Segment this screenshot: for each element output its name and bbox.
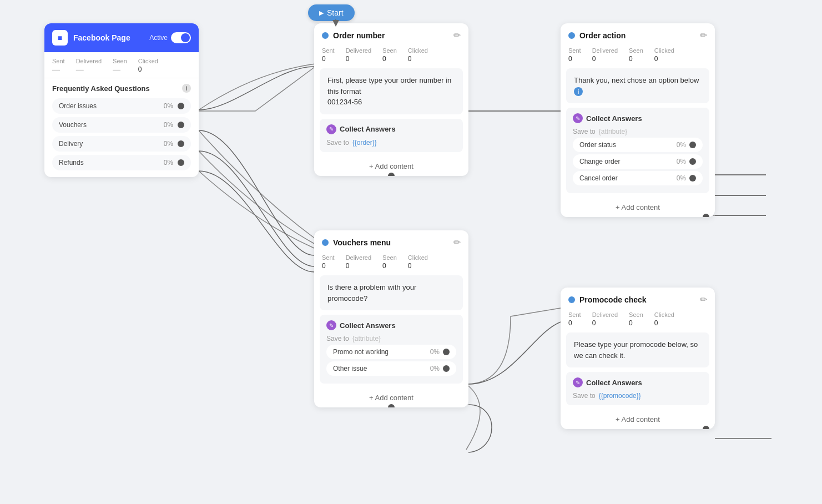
pc-save-to-row: Save to {{promocode}} (573, 392, 703, 400)
on-stat-seen: Seen 0 (382, 47, 397, 63)
oa-collect-title: Collect Answers (586, 114, 642, 123)
stat-clicked-value: 0 (138, 65, 158, 73)
oa-stat-sent: Sent 0 (568, 47, 581, 63)
order-number-node: Order number ✏ Sent 0 Delivered 0 Seen 0… (314, 23, 468, 176)
order-action-title: Order action (579, 31, 695, 40)
collect-icon: ✎ (326, 124, 336, 134)
vm-choice-other-pct: 0% (430, 365, 440, 372)
promocode-check-header: Promocode check ✏ (561, 288, 715, 309)
vm-choice-promo-dot (443, 349, 450, 355)
faq-item-order-issues[interactable]: Order issues 0% (52, 98, 191, 114)
faq-info-icon[interactable]: i (182, 84, 191, 93)
save-to-label: Save to (326, 139, 349, 147)
oa-choice-change-order[interactable]: Change order 0% (573, 154, 703, 169)
save-to-value: {{order}} (352, 139, 377, 147)
pc-collect-title: Collect Answers (586, 379, 642, 387)
order-action-stats: Sent 0 Delivered 0 Seen 0 Clicked 0 (561, 45, 715, 68)
oa-stat-clicked: Clicked 0 (654, 47, 674, 63)
fb-stats: Sent — Delivered — Seen — Clicked 0 (44, 52, 199, 78)
faq-dot-refunds (178, 159, 184, 166)
vouchers-menu-output-dot (388, 404, 395, 407)
vm-choice-other-issue[interactable]: Other issue 0% (326, 361, 456, 376)
vm-choice-other-label: Other issue (333, 365, 367, 372)
vouchers-menu-title: Vouchers menu (333, 238, 449, 247)
faq-pct-refunds: 0% (164, 159, 173, 167)
faq-item-vouchers[interactable]: Vouchers 0% (52, 117, 191, 133)
faq-dot-order-issues (178, 103, 184, 109)
oa-choice-order-status-label: Order status (579, 141, 616, 149)
stat-clicked-label: Clicked (138, 58, 158, 64)
faq-pct-delivery: 0% (164, 140, 173, 148)
vm-stat-seen: Seen 0 (382, 254, 397, 270)
vm-choice-promo-right: 0% (430, 348, 450, 356)
oa-choice-cancel-order[interactable]: Cancel order 0% (573, 171, 703, 185)
order-action-message: Thank you, next chose an option below i (566, 68, 709, 103)
active-toggle[interactable] (171, 32, 191, 43)
oa-choice-cancel-order-label: Cancel order (579, 174, 618, 182)
pc-save-value: {{promocode}} (599, 392, 641, 400)
collect-header: ✎ Collect Answers (326, 124, 456, 134)
fb-toggle-area: Active (149, 32, 191, 43)
promocode-check-output-dot (703, 426, 709, 429)
pc-stat-sent: Sent 0 (568, 311, 581, 327)
vm-choice-promo-label: Promo not working (333, 348, 389, 356)
promocode-check-add-content[interactable]: + Add content (561, 410, 715, 429)
pc-stat-delivered: Delivered 0 (592, 311, 618, 327)
promocode-check-dot (568, 296, 575, 303)
oa-choice-order-status-dot (689, 142, 696, 148)
stat-seen-label: Seen (113, 58, 127, 64)
facebook-icon: ■ (52, 30, 68, 46)
stat-delivered-label: Delivered (76, 58, 102, 64)
on-stat-clicked: Clicked 0 (408, 47, 428, 63)
oa-choice-order-status[interactable]: Order status 0% (573, 138, 703, 152)
order-number-dot (322, 32, 329, 39)
promocode-check-edit-icon[interactable]: ✏ (700, 294, 707, 305)
oa-collect-header: ✎ Collect Answers (573, 113, 703, 123)
pc-collect-header: ✎ Collect Answers (573, 377, 703, 387)
promocode-check-title: Promocode check (579, 295, 695, 304)
order-number-title: Order number (333, 31, 449, 40)
vm-collect-title: Collect Answers (340, 321, 396, 330)
oa-collect-icon: ✎ (573, 113, 583, 123)
vouchers-menu-stats: Sent 0 Delivered 0 Seen 0 Clicked 0 (314, 252, 468, 275)
start-button[interactable]: Start (308, 4, 355, 21)
pc-stat-seen: Seen 0 (629, 311, 643, 327)
vouchers-menu-collect: ✎ Collect Answers Save to {attribute} Pr… (320, 315, 463, 384)
oa-save-to-label: Save to (573, 128, 596, 135)
order-number-output-dot (388, 173, 395, 176)
fb-stat-clicked: Clicked 0 (138, 58, 158, 74)
vm-choice-other-right: 0% (430, 365, 450, 372)
order-action-collect: ✎ Collect Answers Save to {attribute} Or… (566, 108, 709, 193)
vm-stat-clicked: Clicked 0 (408, 254, 428, 270)
faq-label-vouchers: Vouchers (59, 121, 164, 129)
oa-choice-change-order-label: Change order (579, 158, 620, 165)
order-action-header: Order action ✏ (561, 23, 715, 45)
faq-label-refunds: Refunds (59, 159, 164, 167)
faq-label-delivery: Delivery (59, 140, 164, 148)
save-to-row: Save to {{order}} (326, 139, 456, 147)
vm-choice-other-dot (443, 365, 450, 372)
vm-choice-promo-not-working[interactable]: Promo not working 0% (326, 345, 456, 359)
oa-choice-change-order-dot (689, 158, 696, 165)
faq-item-delivery[interactable]: Delivery 0% (52, 136, 191, 152)
vm-collect-icon: ✎ (326, 320, 336, 330)
vouchers-menu-edit-icon[interactable]: ✏ (453, 237, 461, 248)
vouchers-menu-node: Vouchers menu ✏ Sent 0 Delivered 0 Seen … (314, 230, 468, 407)
order-action-add-content[interactable]: + Add content (561, 198, 715, 217)
vm-save-to-row: Save to {attribute} (326, 335, 456, 342)
pc-save-to-label: Save to (573, 392, 596, 400)
vm-save-to-label: Save to (326, 335, 349, 342)
order-action-edit-icon[interactable]: ✏ (700, 30, 707, 41)
oa-choice-cancel-order-pct: 0% (677, 174, 686, 182)
order-number-edit-icon[interactable]: ✏ (453, 30, 461, 41)
stat-sent-label: Sent (52, 58, 65, 64)
vm-stat-delivered: Delivered 0 (346, 254, 371, 270)
faq-item-refunds[interactable]: Refunds 0% (52, 155, 191, 170)
stat-sent-value: — (52, 65, 65, 74)
oa-choice-cancel-order-right: 0% (677, 174, 696, 182)
order-action-output-dot (703, 214, 709, 217)
faq-label-order-issues: Order issues (59, 102, 164, 110)
oa-stat-seen: Seen 0 (629, 47, 643, 63)
pc-stat-clicked: Clicked 0 (654, 311, 674, 327)
fb-stat-seen: Seen — (113, 58, 127, 74)
